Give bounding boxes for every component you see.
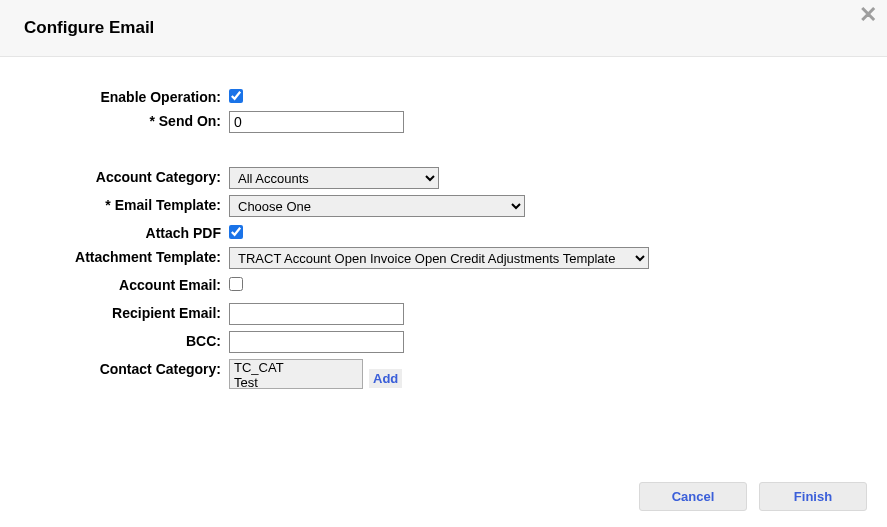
row-attach-pdf: Attach PDF xyxy=(24,223,863,241)
label-enable-operation: Enable Operation: xyxy=(24,87,229,105)
dialog-header: Configure Email ✕ xyxy=(0,0,887,57)
finish-button[interactable]: Finish xyxy=(759,482,867,511)
cancel-button[interactable]: Cancel xyxy=(639,482,747,511)
label-contact-category: Contact Category: xyxy=(24,359,229,377)
email-template-select[interactable]: Choose One xyxy=(229,195,525,217)
label-attach-pdf: Attach PDF xyxy=(24,223,229,241)
form-area: Enable Operation: * Send On: Account Cat… xyxy=(0,57,887,389)
row-enable-operation: Enable Operation: xyxy=(24,87,863,105)
contact-category-listbox[interactable]: TC_CAT Test xyxy=(229,359,363,389)
label-email-template: * Email Template: xyxy=(24,195,229,213)
enable-operation-checkbox[interactable] xyxy=(229,89,243,103)
row-account-category: Account Category: All Accounts xyxy=(24,167,863,189)
label-recipient-email: Recipient Email: xyxy=(24,303,229,321)
list-item[interactable]: TC_CAT xyxy=(230,360,362,375)
recipient-email-input[interactable] xyxy=(229,303,404,325)
bcc-input[interactable] xyxy=(229,331,404,353)
add-button[interactable]: Add xyxy=(369,369,402,388)
account-email-checkbox[interactable] xyxy=(229,277,243,291)
row-bcc: BCC: xyxy=(24,331,863,353)
attachment-template-select[interactable]: TRACT Account Open Invoice Open Credit A… xyxy=(229,247,649,269)
account-category-select[interactable]: All Accounts xyxy=(229,167,439,189)
label-send-on: * Send On: xyxy=(24,111,229,129)
page-title: Configure Email xyxy=(24,18,863,38)
close-icon[interactable]: ✕ xyxy=(859,4,877,26)
row-attachment-template: Attachment Template: TRACT Account Open … xyxy=(24,247,863,269)
row-send-on: * Send On: xyxy=(24,111,863,133)
row-email-template: * Email Template: Choose One xyxy=(24,195,863,217)
label-attachment-template: Attachment Template: xyxy=(24,247,229,265)
row-account-email: Account Email: xyxy=(24,275,863,293)
send-on-input[interactable] xyxy=(229,111,404,133)
row-recipient-email: Recipient Email: xyxy=(24,303,863,325)
list-item[interactable]: Test xyxy=(230,375,362,389)
label-bcc: BCC: xyxy=(24,331,229,349)
label-account-email: Account Email: xyxy=(24,275,229,293)
row-contact-category: Contact Category: TC_CAT Test Add xyxy=(24,359,863,389)
attach-pdf-checkbox[interactable] xyxy=(229,225,243,239)
label-account-category: Account Category: xyxy=(24,167,229,185)
footer: Cancel Finish xyxy=(639,482,867,511)
